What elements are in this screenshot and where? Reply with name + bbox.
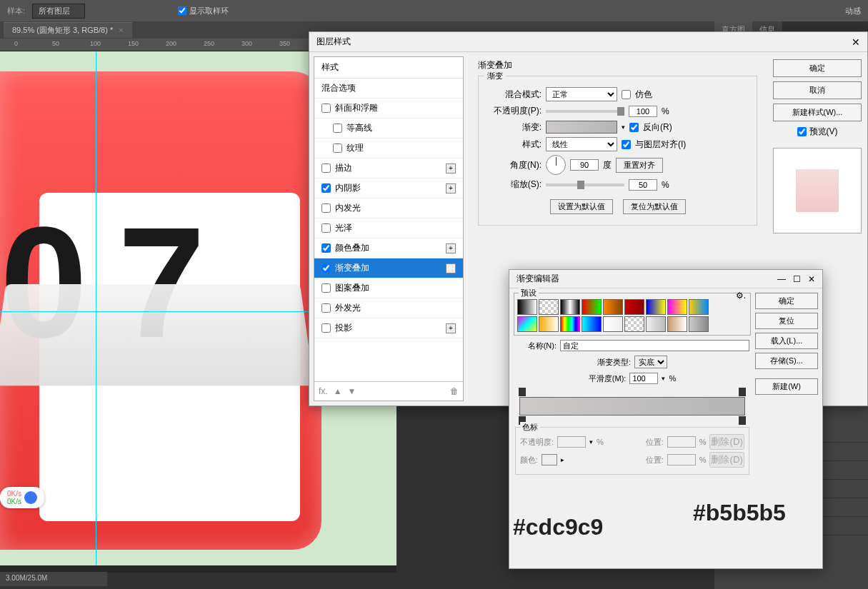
style-item[interactable]: 投影+ xyxy=(314,318,463,338)
dither-checkbox[interactable] xyxy=(622,90,631,99)
gear-icon[interactable]: ⚙. xyxy=(736,291,746,301)
gradient-name-input[interactable] xyxy=(560,340,749,351)
cancel-button[interactable]: 取消 xyxy=(773,81,862,99)
reset-default-button[interactable]: 复位为默认值 xyxy=(623,199,686,214)
preset-swatch[interactable] xyxy=(560,299,580,315)
preset-swatch[interactable] xyxy=(646,316,666,332)
dialog-buttons: 确定 复位 载入(L)... 存储(S)... 新建(W) xyxy=(755,293,818,478)
reset-button[interactable]: 复位 xyxy=(755,313,818,329)
anim-label: 动感 xyxy=(845,6,861,16)
preset-swatch[interactable] xyxy=(539,299,559,315)
show-sampler-checkbox[interactable]: 显示取样环 xyxy=(178,6,229,16)
opacity-stop[interactable] xyxy=(519,388,526,396)
preset-swatch[interactable] xyxy=(624,299,644,315)
style-item[interactable]: 内发光 xyxy=(314,198,463,218)
style-item[interactable]: 图案叠加 xyxy=(314,278,463,298)
close-icon[interactable]: ✕ xyxy=(852,36,860,48)
reset-align-button[interactable]: 重置对齐 xyxy=(616,158,663,173)
style-item[interactable]: 纹理 xyxy=(314,139,463,158)
options-bar: 样本: 所有图层 显示取样环 动感 xyxy=(0,0,868,21)
angle-dial[interactable] xyxy=(546,155,566,175)
preset-swatch[interactable] xyxy=(689,299,709,315)
smoothness-input[interactable] xyxy=(629,373,658,384)
preview-checkbox[interactable] xyxy=(797,127,807,136)
styles-footer: fx. ▲ ▼ 🗑 xyxy=(314,381,463,401)
document-tab[interactable]: 89.5% (圆角矩形 3, RGB/8) *× xyxy=(4,22,132,38)
stop-opacity-input xyxy=(557,436,586,448)
style-item[interactable]: 外发光 xyxy=(314,298,463,318)
stops-group: 色标 不透明度: ▾ % 位置: % 删除(D) 颜色: ▸ 位置: % 删除(… xyxy=(515,427,749,475)
red-card-shape: 0 7 xyxy=(0,71,321,550)
new-button[interactable]: 新建(W) xyxy=(755,378,818,395)
style-item[interactable]: 颜色叠加+ xyxy=(314,238,463,258)
style-item[interactable]: 渐变叠加+ xyxy=(314,258,463,278)
load-button[interactable]: 载入(L)... xyxy=(755,333,818,349)
preset-swatch[interactable] xyxy=(517,316,537,332)
angle-input[interactable] xyxy=(570,159,599,171)
down-icon[interactable]: ▼ xyxy=(348,386,356,396)
gradient-type-select[interactable]: 实底 xyxy=(634,356,667,368)
opacity-stop[interactable] xyxy=(739,388,746,396)
style-item[interactable]: 斜面和浮雕 xyxy=(314,99,463,119)
style-item[interactable]: 等高线 xyxy=(314,119,463,139)
trash-icon[interactable]: 🗑 xyxy=(450,386,459,396)
set-default-button[interactable]: 设置为默认值 xyxy=(550,199,613,214)
opacity-input[interactable] xyxy=(629,106,657,117)
preset-swatch[interactable] xyxy=(646,299,666,315)
status-bar: 3.00M/25.0M xyxy=(0,572,107,586)
maximize-icon[interactable]: ☐ xyxy=(793,274,801,284)
delete-button: 删除(D) xyxy=(709,452,744,468)
preset-swatch[interactable] xyxy=(560,316,580,332)
preset-swatch[interactable] xyxy=(539,316,559,332)
close-icon[interactable]: ✕ xyxy=(808,274,815,284)
preset-swatch[interactable] xyxy=(624,316,644,332)
sample-dropdown[interactable]: 所有图层 xyxy=(32,4,85,19)
preview-swatch xyxy=(773,148,862,233)
ok-button[interactable]: 确定 xyxy=(773,59,862,77)
styles-header[interactable]: 样式 xyxy=(314,57,463,79)
style-item[interactable]: 光泽 xyxy=(314,218,463,238)
gradient-bar[interactable] xyxy=(519,397,745,416)
close-icon[interactable]: × xyxy=(119,26,123,34)
preset-swatch[interactable] xyxy=(667,316,687,332)
preset-swatch[interactable] xyxy=(582,316,602,332)
dialog-titlebar[interactable]: 渐变编辑器 — ☐ ✕ xyxy=(509,270,822,288)
fx-icon[interactable]: fx. xyxy=(319,386,328,396)
ok-button[interactable]: 确定 xyxy=(755,293,818,309)
reverse-checkbox[interactable] xyxy=(629,123,639,132)
dialog-titlebar[interactable]: 图层样式 ✕ xyxy=(309,32,867,52)
stop-color-swatch[interactable] xyxy=(542,454,557,465)
scale-input[interactable] xyxy=(629,179,657,191)
guide-vertical[interactable] xyxy=(96,51,96,565)
gradient-preview[interactable] xyxy=(546,121,617,134)
minimize-icon[interactable]: — xyxy=(777,274,786,284)
stop-position-input xyxy=(667,436,696,448)
add-icon[interactable]: + xyxy=(446,263,456,273)
preset-swatch[interactable] xyxy=(689,316,709,332)
add-icon[interactable]: + xyxy=(446,183,456,193)
gradient-style-select[interactable]: 线性 xyxy=(546,137,617,151)
add-icon[interactable]: + xyxy=(446,163,456,173)
speed-icon xyxy=(24,491,37,504)
styles-list: 样式 混合选项 斜面和浮雕等高线纹理描边+内阴影+内发光光泽颜色叠加+渐变叠加+… xyxy=(314,56,464,401)
up-icon[interactable]: ▲ xyxy=(334,386,342,396)
preset-swatch[interactable] xyxy=(582,299,602,315)
save-button[interactable]: 存储(S)... xyxy=(755,353,818,369)
blend-options-item[interactable]: 混合选项 xyxy=(314,79,463,99)
align-checkbox[interactable] xyxy=(622,140,631,149)
network-speed-badge: 0K/s 0K/s xyxy=(0,487,44,508)
style-item[interactable]: 描边+ xyxy=(314,158,463,178)
blend-mode-select[interactable]: 正常 xyxy=(546,87,617,101)
preset-swatch[interactable] xyxy=(603,299,623,315)
opacity-slider[interactable] xyxy=(546,110,624,113)
scale-slider[interactable] xyxy=(546,183,624,186)
preset-swatch[interactable] xyxy=(603,316,623,332)
sample-label: 样本: xyxy=(7,6,25,16)
add-icon[interactable]: + xyxy=(446,323,456,333)
new-style-button[interactable]: 新建样式(W)... xyxy=(773,104,862,121)
color-stop[interactable] xyxy=(739,416,746,425)
style-item[interactable]: 内阴影+ xyxy=(314,178,463,198)
preset-swatch[interactable] xyxy=(667,299,687,315)
preset-swatch[interactable] xyxy=(517,299,537,315)
add-icon[interactable]: + xyxy=(446,243,456,253)
